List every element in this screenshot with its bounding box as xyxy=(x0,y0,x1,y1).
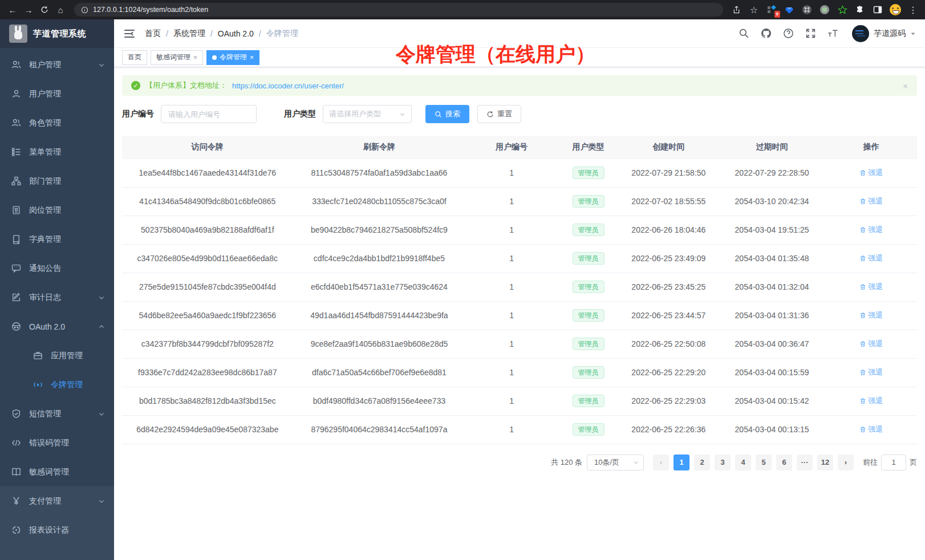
browser-menu-icon[interactable]: ⋮ xyxy=(907,3,919,16)
force-logout-link[interactable]: 强退 xyxy=(859,253,883,263)
page-button[interactable]: 5 xyxy=(756,455,772,470)
share-icon[interactable] xyxy=(730,3,743,16)
browser-chrome: ← → ⌂ 127.0.0.1:1024/system/oauth2/token… xyxy=(0,0,925,19)
col-access-token: 访问令牌 xyxy=(122,136,293,159)
reload-icon[interactable] xyxy=(38,3,51,17)
table-row: c342377bf8b344799dcbf7bf095287f2 9ce8ef2… xyxy=(122,330,917,358)
user-avatar xyxy=(852,25,869,42)
profile-avatar[interactable] xyxy=(889,3,902,16)
page-button[interactable]: 12 xyxy=(817,455,833,470)
sidebar-item-tenant[interactable]: 租户管理 xyxy=(0,50,114,79)
force-logout-link[interactable]: 强退 xyxy=(859,196,883,206)
notice-bubble-icon xyxy=(11,263,21,273)
close-icon[interactable]: × xyxy=(193,54,197,61)
sidebar-item-errcode[interactable]: 错误码管理 xyxy=(0,428,114,457)
search-icon[interactable] xyxy=(739,28,749,39)
access-token: b0d1785bc3a8482f812db4a3f3bd15ec xyxy=(122,387,293,415)
github-icon[interactable] xyxy=(761,28,772,39)
site-info-icon[interactable] xyxy=(81,6,88,14)
page-size-value: 10条/页 xyxy=(594,457,619,468)
refresh-token: dfa6c71a50a54c66bef706ef9e6e8d81 xyxy=(293,358,465,387)
force-logout-link[interactable]: 强退 xyxy=(859,310,883,320)
forward-icon[interactable]: → xyxy=(22,3,35,17)
table-row: 41c41346a548490f9dc8b01c6bfe0865 333ecfc… xyxy=(122,187,917,216)
help-icon[interactable] xyxy=(783,28,794,39)
record-extension-icon[interactable] xyxy=(818,3,831,16)
access-token: 275e5de9151045fe87cbdc395e004f4d xyxy=(122,273,293,301)
goto-page-input[interactable] xyxy=(881,455,906,470)
tab-sensitive-words[interactable]: 敏感词管理 × xyxy=(151,50,203,65)
user-menu[interactable]: 芋道源码 xyxy=(852,25,916,42)
page-size-select[interactable]: 10条/页 xyxy=(587,455,644,470)
sidebar-item-oauth[interactable]: OAuth 2.0 xyxy=(0,312,114,341)
page-button[interactable]: 4 xyxy=(735,455,751,470)
prev-page-button[interactable]: ‹ xyxy=(653,455,669,470)
sidebar-item-audit-log[interactable]: 审计日志 xyxy=(0,283,114,312)
reset-button[interactable]: 重置 xyxy=(477,105,521,123)
page-button[interactable]: 3 xyxy=(715,455,731,470)
sidebar-item-dict[interactable]: 字典管理 xyxy=(0,225,114,254)
sidebar-item-post[interactable]: 岗位管理 xyxy=(0,196,114,225)
alert-close-icon[interactable]: × xyxy=(903,81,908,91)
delete-icon xyxy=(859,340,866,347)
tab-token-management[interactable]: 令牌管理 × xyxy=(206,50,259,65)
sidebar-toggle-icon[interactable] xyxy=(871,3,884,16)
user-type-select[interactable]: 请选择用户类型 xyxy=(323,105,412,123)
star-extension-icon[interactable] xyxy=(836,3,849,16)
breadcrumb-item[interactable]: 系统管理 xyxy=(173,29,205,39)
expire-time: 2054-03-10 20:42:34 xyxy=(718,187,825,216)
sidebar-item-oauth-app[interactable]: 应用管理 xyxy=(0,341,114,370)
command-extension-icon[interactable] xyxy=(801,3,813,16)
refresh-token: e6cfd40eb1f54571a31e775e039c4624 xyxy=(293,273,465,301)
sidebar-item-sms[interactable]: 短信管理 xyxy=(0,399,114,428)
force-logout-link[interactable]: 强退 xyxy=(859,225,883,235)
sidebar-collapse-icon[interactable] xyxy=(123,27,136,40)
force-logout-link[interactable]: 强退 xyxy=(859,424,883,435)
force-logout-link[interactable]: 强退 xyxy=(859,168,883,178)
sidebar-item-payment[interactable]: 支付管理 xyxy=(0,486,114,516)
expire-time: 2054-03-04 00:13:15 xyxy=(718,415,825,444)
tab-home[interactable]: 首页 xyxy=(122,50,147,65)
expire-time: 2054-03-04 01:32:04 xyxy=(718,273,825,301)
extension-blocks-icon[interactable]: 9 xyxy=(765,3,778,16)
bookmark-star-icon[interactable]: ☆ xyxy=(748,3,760,16)
puzzle-extension-icon[interactable] xyxy=(854,3,866,16)
font-size-icon[interactable] xyxy=(827,28,838,39)
next-page-button[interactable]: › xyxy=(838,455,854,470)
search-button[interactable]: 搜索 xyxy=(425,105,469,123)
sidebar-item-sensitive-words[interactable]: 敏感词管理 xyxy=(0,457,114,486)
force-logout-link[interactable]: 强退 xyxy=(859,282,883,292)
tab-label: 令牌管理 xyxy=(220,52,247,62)
sidebar-item-dept[interactable]: 部门管理 xyxy=(0,167,114,196)
user-type-badge: 管理员 xyxy=(573,423,605,436)
table-row: 6d842e2924594de9a09e45e087323abe 8796295… xyxy=(122,415,917,444)
sidebar-item-menu[interactable]: 菜单管理 xyxy=(0,137,114,167)
back-icon[interactable]: ← xyxy=(6,3,19,17)
refresh-token: 9ce8ef2aa9f14056b831ae9b608e28d5 xyxy=(293,330,465,358)
sidebar-item-oauth-token[interactable]: 令牌管理 xyxy=(0,370,114,399)
page-button[interactable]: 1 xyxy=(674,455,689,470)
breadcrumb-item[interactable]: 首页 xyxy=(145,29,161,39)
address-bar[interactable]: 127.0.0.1:1024/system/oauth2/token xyxy=(74,3,723,17)
sidebar-item-role[interactable]: 角色管理 xyxy=(0,108,114,137)
more-pages-button[interactable]: ··· xyxy=(797,455,813,470)
gem-extension-icon[interactable] xyxy=(783,3,796,16)
breadcrumb-item[interactable]: OAuth 2.0 xyxy=(218,29,254,38)
open-book-icon xyxy=(11,467,21,477)
refresh-token: cdfc4ce9c2da4bb1bdf21b9918ff4be5 xyxy=(293,244,465,273)
fullscreen-icon[interactable] xyxy=(805,28,816,39)
sidebar-item-report-designer[interactable]: 报表设计器 xyxy=(0,516,114,545)
force-logout-link[interactable]: 强退 xyxy=(859,367,883,378)
sidebar-item-notice[interactable]: 通知公告 xyxy=(0,254,114,283)
page-button[interactable]: 2 xyxy=(694,455,710,470)
user-id-input[interactable] xyxy=(161,105,257,123)
sidebar-item-user[interactable]: 用户管理 xyxy=(0,79,114,108)
force-logout-link[interactable]: 强退 xyxy=(859,339,883,349)
force-logout-link[interactable]: 强退 xyxy=(859,396,883,406)
page-button[interactable]: 6 xyxy=(776,455,792,470)
doc-link[interactable]: https://doc.iocoder.cn/user-center/ xyxy=(232,82,344,90)
app-logo-bar[interactable]: 芋道管理系统 xyxy=(0,19,114,48)
close-icon[interactable]: × xyxy=(250,54,254,61)
home-icon[interactable]: ⌂ xyxy=(54,3,67,17)
user-id: 1 xyxy=(465,187,558,216)
